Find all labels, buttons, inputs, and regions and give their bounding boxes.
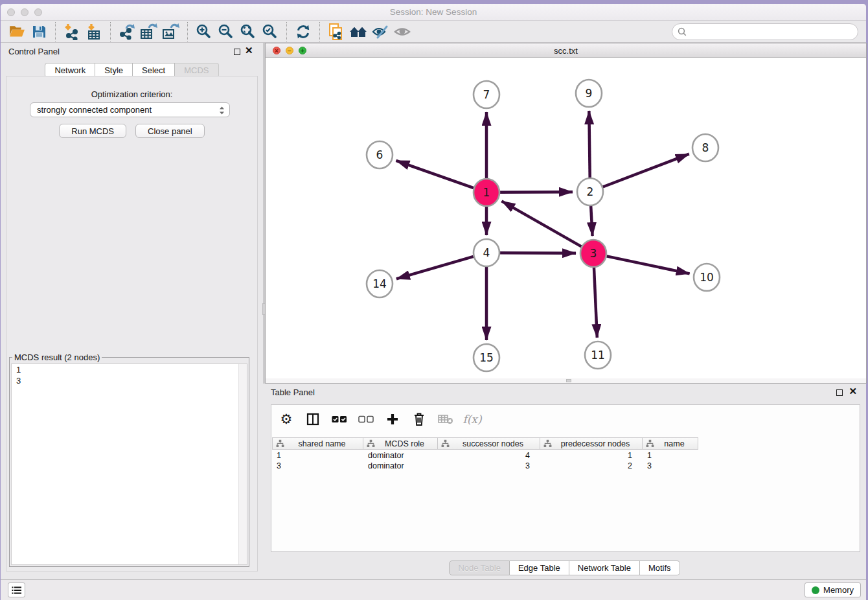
list-icon xyxy=(12,586,22,595)
export-network-icon[interactable] xyxy=(116,22,138,41)
graph-node-2[interactable]: 2 xyxy=(577,178,603,205)
graph-edge-2-3[interactable] xyxy=(591,205,592,236)
svg-text:1: 1 xyxy=(483,186,490,199)
mcds-panel: Optimization criterion: strongly connect… xyxy=(6,76,258,571)
mcds-result-list[interactable]: 13 xyxy=(11,363,247,565)
graph-node-3[interactable]: 3 xyxy=(580,240,606,267)
graph-edge-1-6[interactable] xyxy=(396,161,474,188)
graph-node-11[interactable]: 11 xyxy=(585,341,611,369)
table-cell[interactable]: 1 xyxy=(540,450,643,461)
table-cell[interactable]: dominator xyxy=(363,450,438,461)
table-cell[interactable]: dominator xyxy=(363,461,438,471)
criterion-dropdown[interactable]: strongly connected component xyxy=(30,102,230,117)
graph-edge-4-3[interactable] xyxy=(500,253,576,253)
tab-edge-table[interactable]: Edge Table xyxy=(510,560,569,575)
table-cell[interactable]: 2 xyxy=(540,461,643,471)
close-panel-button[interactable]: Close panel xyxy=(135,124,205,138)
float-panel-icon[interactable] xyxy=(234,49,240,55)
split-columns-icon[interactable] xyxy=(304,411,321,428)
graph-edge-4-14[interactable] xyxy=(396,257,474,279)
show-graphics-details-icon[interactable] xyxy=(391,22,413,41)
zoom-in-icon[interactable] xyxy=(193,22,215,41)
import-network-icon[interactable] xyxy=(61,22,83,41)
result-scrollbar[interactable] xyxy=(238,364,247,564)
table-row[interactable]: 3dominator323 xyxy=(272,461,859,471)
table-cell[interactable]: 3 xyxy=(272,461,363,471)
search-input[interactable] xyxy=(691,27,852,38)
tab-motifs[interactable]: Motifs xyxy=(640,560,680,575)
graph-node-7[interactable]: 7 xyxy=(474,81,499,108)
network-hscrollbar[interactable] xyxy=(266,378,866,383)
run-mcds-button[interactable]: Run MCDS xyxy=(59,124,126,138)
table-cell[interactable]: 3 xyxy=(643,461,698,471)
column-header-name[interactable]: name xyxy=(643,437,698,450)
tab-node-table[interactable]: Node Table xyxy=(449,560,510,575)
task-history-button[interactable] xyxy=(8,583,25,597)
graph-node-6[interactable]: 6 xyxy=(367,141,393,168)
show-all-columns-icon[interactable] xyxy=(331,411,348,428)
svg-text:14: 14 xyxy=(372,277,387,290)
graph-node-10[interactable]: 10 xyxy=(694,264,720,291)
save-session-icon[interactable] xyxy=(28,22,50,41)
graph-node-9[interactable]: 9 xyxy=(576,80,602,107)
zoom-out-icon[interactable] xyxy=(215,22,237,41)
import-table-icon[interactable] xyxy=(83,22,105,41)
table-cell[interactable]: 4 xyxy=(438,450,540,461)
first-neighbors-icon[interactable] xyxy=(347,22,369,41)
mcds-result-node[interactable]: 3 xyxy=(12,375,247,386)
graph-edge-3-1[interactable] xyxy=(501,201,581,246)
network-hscroll-thumb[interactable] xyxy=(566,379,571,382)
memory-button[interactable]: Memory xyxy=(805,583,861,597)
table-row[interactable]: 1dominator411 xyxy=(272,450,859,461)
mcds-result-box: MCDS result (2 nodes) 13 xyxy=(9,352,249,567)
column-header-successor-nodes[interactable]: successor nodes xyxy=(438,437,540,450)
function-builder-icon[interactable]: f(x) xyxy=(464,411,481,428)
status-bar: Memory xyxy=(1,579,866,600)
column-header-predecessor-nodes[interactable]: predecessor nodes xyxy=(540,437,643,450)
hide-all-columns-icon[interactable] xyxy=(358,411,374,428)
open-file-icon[interactable] xyxy=(6,22,28,41)
node-table-body: 1dominator4113dominator323 xyxy=(272,450,859,471)
column-header-MCDS-role[interactable]: MCDS role xyxy=(363,437,438,450)
table-header-row: shared nameMCDS rolesuccessor nodesprede… xyxy=(272,437,698,450)
graph-edge-3-11[interactable] xyxy=(594,267,597,338)
graph-node-15[interactable]: 15 xyxy=(474,344,499,371)
delete-table-icon[interactable] xyxy=(437,411,454,428)
toolbar-separator xyxy=(55,22,56,41)
zoom-fit-icon[interactable] xyxy=(237,22,259,41)
network-canvas[interactable]: 7968124314101511 xyxy=(266,58,866,383)
tab-network-table[interactable]: Network Table xyxy=(569,560,640,575)
table-cell[interactable]: 3 xyxy=(438,461,540,471)
graph-node-4[interactable]: 4 xyxy=(474,239,499,266)
table-float-icon[interactable] xyxy=(836,389,843,396)
table-cell[interactable]: 1 xyxy=(643,450,698,461)
mcds-result-node[interactable]: 1 xyxy=(12,364,247,375)
graph-edge-2-9[interactable] xyxy=(589,111,589,178)
export-table-icon[interactable] xyxy=(138,22,160,41)
search-icon xyxy=(678,27,687,36)
column-header-shared-name[interactable]: shared name xyxy=(272,437,363,450)
close-panel-icon[interactable]: ✕ xyxy=(245,45,253,56)
zoom-selected-icon[interactable] xyxy=(259,22,281,41)
delete-column-icon[interactable] xyxy=(411,411,428,428)
memory-button-label: Memory xyxy=(823,585,854,595)
table-cell[interactable]: 1 xyxy=(272,450,363,461)
graph-node-14[interactable]: 14 xyxy=(367,270,393,297)
svg-text:7: 7 xyxy=(483,88,490,101)
add-column-icon[interactable] xyxy=(384,411,401,428)
graph-node-8[interactable]: 8 xyxy=(692,134,718,161)
table-close-icon[interactable]: ✕ xyxy=(849,386,857,397)
network-graph[interactable]: 7968124314101511 xyxy=(266,58,866,379)
application-window: Session: New Session xyxy=(1,4,866,600)
hide-graphics-details-icon[interactable] xyxy=(369,22,391,41)
graph-node-1[interactable]: 1 xyxy=(474,179,499,206)
graph-edge-2-8[interactable] xyxy=(603,154,689,187)
export-image-icon[interactable] xyxy=(160,22,182,41)
table-settings-icon[interactable]: ⚙ xyxy=(278,411,295,428)
node-table-container: ⚙ f(x) xyxy=(271,404,860,552)
refresh-view-icon[interactable] xyxy=(292,22,314,41)
clone-network-icon[interactable] xyxy=(325,22,347,41)
graph-edge-3-10[interactable] xyxy=(607,256,690,273)
graph-edge-1-2[interactable] xyxy=(500,192,573,192)
optimization-criterion-label: Optimization criterion: xyxy=(6,89,257,99)
